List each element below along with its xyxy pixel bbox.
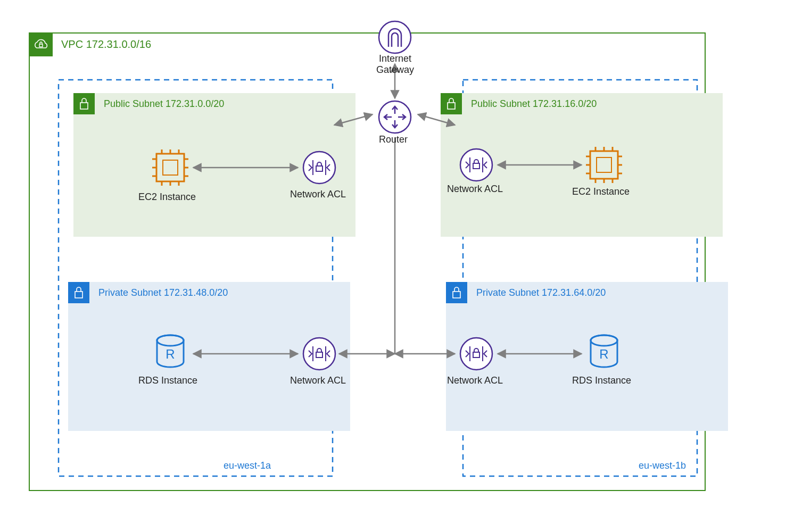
ec2-left-label: EC2 Instance [138, 192, 196, 203]
nacl-pub-right-label: Network ACL [447, 184, 503, 195]
svg-point-14 [303, 338, 335, 370]
svg-point-18 [460, 338, 492, 370]
public-subnet-right-label: Public Subnet 172.31.16.0/20 [471, 98, 597, 110]
public-subnet-left-label: Public Subnet 172.31.0.0/20 [104, 98, 224, 110]
az-left-label: eu-west-1a [224, 460, 271, 471]
diagram-svg: R R [0, 0, 794, 532]
internet-gateway-icon [379, 21, 411, 53]
router-label: Router [379, 134, 408, 145]
svg-rect-54 [39, 44, 43, 47]
lock-icon [441, 93, 462, 114]
svg-point-0 [379, 21, 411, 53]
nacl-priv-right-icon [460, 338, 492, 370]
lock-icon [73, 93, 95, 114]
router-icon [379, 101, 411, 133]
vpc-cloud-lock-icon [29, 33, 53, 56]
lock-icon [446, 282, 467, 303]
igw-label: Internet Gateway [370, 53, 420, 76]
svg-text:R: R [166, 347, 175, 361]
nacl-priv-left-icon [303, 338, 335, 370]
rds-right-label: RDS Instance [572, 375, 631, 386]
svg-point-10 [460, 149, 492, 181]
private-subnet-left-label: Private Subnet 172.31.48.0/20 [98, 287, 228, 298]
vpc-label: VPC 172.31.0.0/16 [61, 38, 151, 51]
private-subnet-right-label: Private Subnet 172.31.64.0/20 [476, 287, 606, 298]
svg-text:R: R [599, 347, 608, 361]
svg-point-6 [303, 152, 335, 184]
lock-icon [68, 282, 89, 303]
diagram-canvas: R R VPC 172.31.0.0/16 Internet Gateway R… [0, 0, 794, 532]
nacl-pub-left-label: Network ACL [290, 189, 346, 200]
rds-left-label: RDS Instance [138, 375, 197, 386]
nacl-pub-right-icon [460, 149, 492, 181]
svg-rect-58 [453, 292, 460, 298]
az-right-label: eu-west-1b [639, 460, 686, 471]
svg-rect-57 [75, 292, 82, 298]
nacl-priv-left-label: Network ACL [290, 375, 346, 386]
nacl-priv-right-label: Network ACL [447, 375, 503, 386]
svg-rect-56 [448, 103, 455, 109]
nacl-pub-left-icon [303, 152, 335, 184]
svg-rect-55 [80, 103, 88, 109]
ec2-right-label: EC2 Instance [572, 186, 630, 197]
